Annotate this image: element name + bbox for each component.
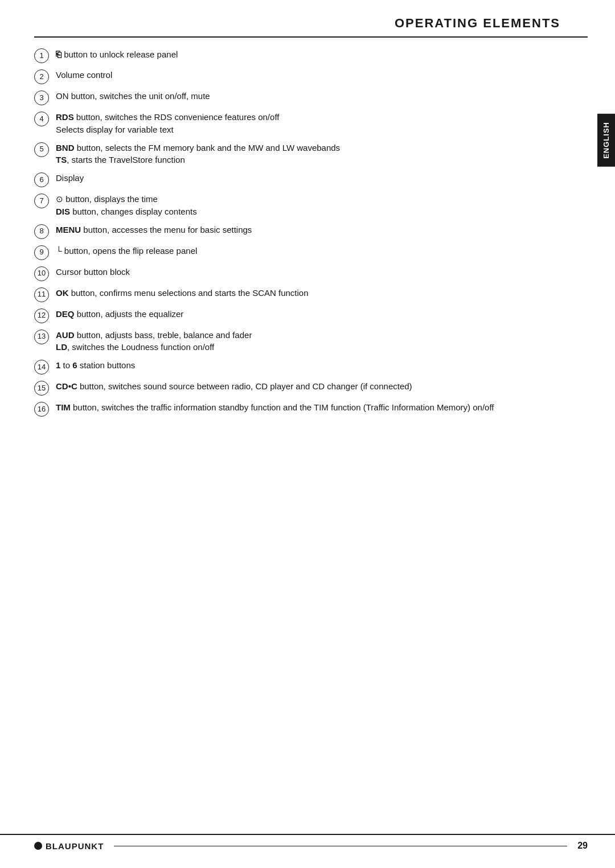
item-text-2: Volume control [56, 69, 569, 81]
item-text-3: ON button, switches the unit on/off, mut… [56, 90, 569, 102]
list-item: 7 ⊙ button, displays the time DIS button… [34, 193, 569, 218]
list-item: 9 └ button, opens the flip release panel [34, 245, 569, 260]
list-item: 10 Cursor button block [34, 266, 569, 281]
logo-text: BLAUPUNKT [46, 841, 104, 851]
item-number-6: 6 [34, 172, 49, 187]
list-item: 4 RDS button, switches the RDS convenien… [34, 111, 569, 136]
item-number-7: 7 [34, 194, 49, 208]
item-number-10: 10 [34, 266, 49, 281]
list-item: 5 BND button, selects the FM memory bank… [34, 142, 569, 167]
item-number-4: 4 [34, 112, 49, 126]
flip-icon: └ [56, 246, 62, 256]
list-item: 11 OK button, confirms menu selections a… [34, 287, 569, 302]
content-area: 1 ⎗ button to unlock release panel 2 Vol… [0, 38, 615, 433]
list-item: 15 CD•C button, switches sound source be… [34, 380, 569, 396]
item-text-9: └ button, opens the flip release panel [56, 245, 569, 257]
item-text-4: RDS button, switches the RDS convenience… [56, 111, 569, 136]
list-item: 12 DEQ button, adjusts the equalizer [34, 308, 569, 323]
clock-icon: ⊙ [56, 194, 63, 204]
page-number: 29 [577, 841, 588, 851]
logo-dot [34, 842, 42, 850]
item-number-2: 2 [34, 69, 49, 84]
brand-logo: BLAUPUNKT [34, 841, 104, 851]
item-number-9: 9 [34, 245, 49, 260]
item-number-15: 15 [34, 381, 49, 396]
item-text-1: ⎗ button to unlock release panel [56, 48, 569, 61]
footer: BLAUPUNKT 29 [0, 834, 615, 851]
item-number-13: 13 [34, 330, 49, 344]
item-text-7: ⊙ button, displays the time DIS button, … [56, 193, 569, 218]
item-number-14: 14 [34, 360, 49, 375]
side-tab-english: ENGLISH [597, 114, 615, 167]
item-text-14: 1 to 6 station buttons [56, 359, 569, 372]
page-title: OPERATING ELEMENTS [34, 0, 588, 38]
item-text-11: OK button, confirms menu selections and … [56, 287, 569, 299]
item-text-5: BND button, selects the FM memory bank a… [56, 142, 569, 167]
list-item: 2 Volume control [34, 69, 569, 84]
list-item: 3 ON button, switches the unit on/off, m… [34, 90, 569, 105]
list-item: 16 TIM button, switches the traffic info… [34, 401, 569, 417]
item-number-5: 5 [34, 142, 49, 157]
item-text-16: TIM button, switches the traffic informa… [56, 401, 569, 414]
item-text-15: CD•C button, switches sound source betwe… [56, 380, 569, 393]
item-text-12: DEQ button, adjusts the equalizer [56, 308, 569, 320]
unlock-icon: ⎗ [56, 50, 62, 59]
footer-divider [114, 846, 567, 846]
item-number-12: 12 [34, 308, 49, 323]
list-item: 8 MENU button, accesses the menu for bas… [34, 224, 569, 239]
item-number-3: 3 [34, 90, 49, 105]
item-number-1: 1 [34, 48, 49, 63]
item-text-6: Display [56, 172, 569, 184]
list-item: 1 ⎗ button to unlock release panel [34, 48, 569, 63]
item-number-8: 8 [34, 224, 49, 239]
list-item: 6 Display [34, 172, 569, 187]
item-number-16: 16 [34, 402, 49, 417]
list-item: 13 AUD button, adjusts bass, treble, bal… [34, 329, 569, 354]
item-text-13: AUD button, adjusts bass, treble, balanc… [56, 329, 569, 354]
item-text-10: Cursor button block [56, 266, 569, 278]
item-number-11: 11 [34, 287, 49, 302]
list-item: 14 1 to 6 station buttons [34, 359, 569, 375]
item-text-8: MENU button, accesses the menu for basic… [56, 224, 569, 236]
